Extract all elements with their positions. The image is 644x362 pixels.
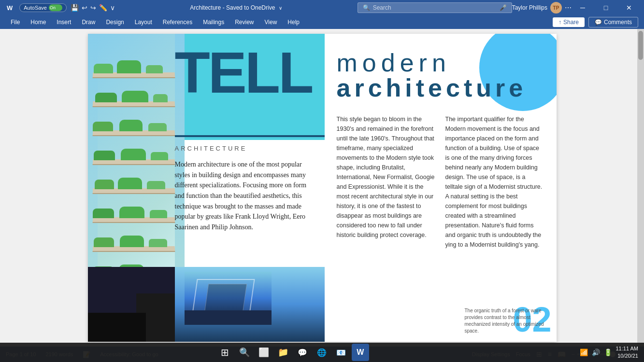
left-column: TELL ARCHITECTURE Modern architecture is…	[88, 34, 325, 342]
taskbar-right: 📶 🔊 🔋 11:11 AM 10/20/21	[580, 345, 638, 360]
menu-review[interactable]: Review	[230, 17, 258, 27]
menu-design[interactable]: Design	[101, 17, 129, 27]
dropdown-icon[interactable]: ∨	[279, 5, 282, 11]
word-logo: W	[4, 3, 15, 13]
autosave-label: AutoSave	[24, 5, 47, 11]
taskbar-edge-button[interactable]: 🌐	[313, 344, 330, 361]
page-container: TELL ARCHITECTURE Modern architecture is…	[0, 29, 644, 347]
autosave-badge[interactable]: AutoSave On	[19, 3, 67, 12]
right-text-columns: This style began to bloom in the 1930's …	[337, 114, 544, 250]
autosave-toggle[interactable]: On	[49, 4, 62, 11]
clock-time: 11:11 AM	[616, 345, 638, 352]
title-word2: architecture	[337, 73, 544, 102]
minimize-button[interactable]: ─	[572, 0, 594, 15]
close-button[interactable]: ✕	[618, 0, 640, 15]
user-name: Taylor Phillips	[512, 4, 547, 11]
more-icon[interactable]: ∨	[110, 4, 115, 12]
taskbar-explorer-button[interactable]: 📁	[274, 344, 292, 361]
clock-date: 10/20/21	[616, 352, 638, 360]
search-input[interactable]	[373, 4, 497, 11]
arch-description: Modern architecture is one of the most p…	[175, 159, 315, 233]
menu-bar: File Home Insert Draw Design Layout Refe…	[0, 15, 644, 29]
menu-home[interactable]: Home	[26, 17, 51, 27]
scrollbar-thumb[interactable]	[638, 31, 643, 60]
redo-icon[interactable]: ↪	[90, 4, 96, 12]
mic-icon[interactable]: 🎤	[500, 4, 507, 11]
menu-insert[interactable]: Insert	[52, 17, 76, 27]
document-page: TELL ARCHITECTURE Modern architecture is…	[88, 34, 557, 342]
network-icon: 📶	[580, 348, 588, 356]
taskbar-teams-button[interactable]: 💬	[294, 344, 311, 361]
comments-button[interactable]: 💬 Comments	[588, 17, 638, 28]
vertical-scrollbar[interactable]	[637, 29, 644, 347]
time-display[interactable]: 11:11 AM 10/20/21	[616, 345, 638, 360]
title-bar-left: W AutoSave On 💾 ↩ ↪ ✏️ ∨	[4, 3, 115, 13]
bottom-right-section: 02 The organic truth of a forest or ware…	[460, 267, 557, 342]
bottom-images	[88, 267, 325, 342]
taskbar-outlook-button[interactable]: 📧	[332, 344, 350, 361]
bottom-black-image	[88, 267, 175, 342]
taskbar-taskview-button[interactable]: ⬜	[255, 344, 272, 361]
ribbon-icon[interactable]: ⋯	[565, 4, 572, 12]
volume-icon: 🔊	[592, 348, 600, 356]
menu-view[interactable]: View	[260, 17, 282, 27]
taskbar-search-button[interactable]: 🔍	[236, 344, 253, 361]
arch-label: ARCHITECTURE	[175, 145, 247, 152]
page-content: TELL ARCHITECTURE Modern architecture is…	[88, 34, 557, 342]
title-bar: W AutoSave On 💾 ↩ ↪ ✏️ ∨ Architecture - …	[0, 0, 644, 15]
tell-text: TELL	[88, 43, 325, 101]
undo-icon[interactable]: ↩	[82, 4, 87, 12]
search-box[interactable]: 🔍 🎤	[358, 2, 512, 13]
right-para2: The important qualifier for the Modern m…	[445, 114, 544, 250]
right-para1: This style began to bloom in the 1930's …	[337, 114, 436, 250]
title-bar-center: Architecture - Saved to OneDrive ∨	[115, 4, 358, 11]
right-column: modern architecture This style began to …	[325, 34, 557, 342]
menu-help[interactable]: Help	[283, 17, 304, 27]
autosave-state: On	[50, 5, 56, 10]
user-area: Taylor Phillips TP ⋯	[512, 2, 572, 14]
search-icon: 🔍	[363, 4, 370, 11]
bottom-arch-image	[175, 267, 325, 342]
menu-file[interactable]: File	[6, 17, 25, 27]
document-area: TELL ARCHITECTURE Modern architecture is…	[0, 29, 644, 347]
image-caption: The organic truth of a forest or ware pr…	[465, 307, 552, 334]
taskbar-center: ⊞ 🔍 ⬜ 📁 💬 🌐 📧 W	[216, 344, 369, 361]
battery-icon: 🔋	[604, 348, 612, 356]
avatar[interactable]: TP	[550, 2, 562, 14]
doc-title: Architecture - Saved to OneDrive	[190, 4, 275, 11]
menu-mailings[interactable]: Mailings	[198, 17, 229, 27]
maximize-button[interactable]: □	[595, 0, 617, 15]
comments-label: Comments	[604, 19, 632, 26]
title-word1: modern	[337, 48, 544, 77]
menu-bar-right: ↑ Share 💬 Comments	[553, 17, 638, 28]
share-label: Share	[563, 19, 579, 26]
menu-draw[interactable]: Draw	[77, 17, 100, 27]
taskbar-word-button[interactable]: W	[352, 344, 369, 361]
taskbar: ⊞ 🔍 ⬜ 📁 💬 🌐 📧 W 📶 🔊 🔋 11:11 AM 10/20/21	[0, 343, 644, 362]
share-icon: ↑	[558, 19, 561, 26]
section-divider	[175, 135, 325, 137]
window-controls: ─ □ ✕	[572, 0, 640, 15]
share-button[interactable]: ↑ Share	[553, 17, 585, 27]
save-icon[interactable]: 💾	[71, 4, 79, 12]
page-title: modern architecture	[337, 48, 544, 102]
comments-icon: 💬	[595, 19, 602, 26]
quick-access-toolbar: 💾 ↩ ↪ ✏️ ∨	[71, 4, 115, 12]
menu-layout[interactable]: Layout	[130, 17, 157, 27]
taskbar-start-button[interactable]: ⊞	[216, 344, 234, 361]
draw-icon[interactable]: ✏️	[99, 4, 107, 12]
menu-references[interactable]: References	[158, 17, 197, 27]
